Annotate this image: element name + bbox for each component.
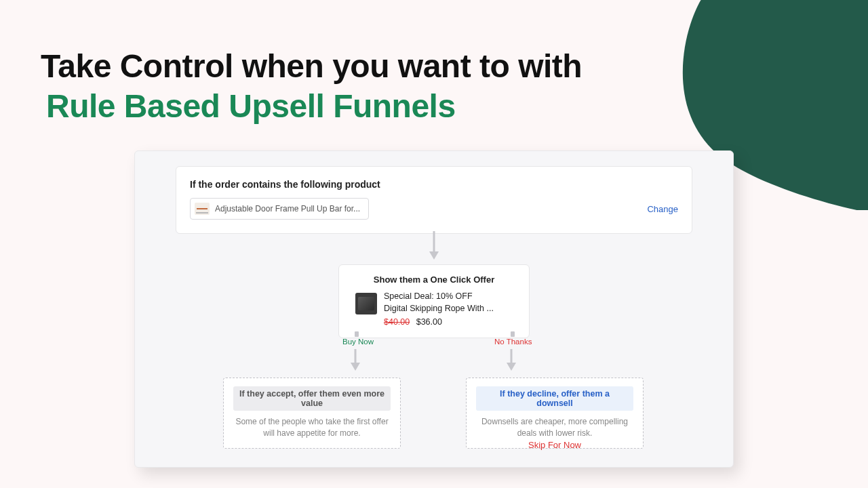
svg-marker-3 (351, 363, 360, 371)
buy-now-label: Buy Now (342, 338, 374, 346)
offer-card: Show them a One Click Offer Special Deal… (338, 264, 530, 338)
connector-stub-icon (355, 331, 359, 337)
change-link[interactable]: Change (647, 204, 678, 214)
svg-marker-5 (507, 363, 516, 371)
funnel-panel: If the order contains the following prod… (134, 150, 734, 468)
trigger-product-chip[interactable]: Adjustable Door Frame Pull Up Bar for... (190, 198, 369, 220)
trigger-card: If the order contains the following prod… (176, 166, 692, 234)
product-thumbnail-icon (195, 203, 210, 215)
arrow-down-icon (505, 348, 517, 375)
decline-outcome-head: If they decline, offer them a downsell (476, 386, 633, 411)
offer-price-new: $36.00 (416, 317, 442, 327)
accept-outcome-head: If they accept, offer them even more val… (233, 386, 391, 411)
offer-product-name: Digital Skipping Rope With ... (384, 302, 494, 314)
accept-outcome-card[interactable]: If they accept, offer them even more val… (223, 378, 401, 449)
offer-product-image (355, 293, 377, 314)
offer-price-old: $40.00 (384, 317, 410, 327)
svg-marker-1 (429, 251, 439, 260)
arrow-down-icon (349, 348, 361, 375)
headline-line1: Take Control when you want to with (41, 47, 582, 85)
trigger-product-name: Adjustable Door Frame Pull Up Bar for... (215, 204, 360, 214)
offer-title: Show them a One Click Offer (349, 274, 519, 285)
accept-outcome-body: Some of the people who take the first of… (233, 416, 391, 440)
arrow-down-icon (428, 230, 440, 261)
decline-outcome-body: Downsells are cheaper, more compelling d… (476, 416, 633, 440)
trigger-title: If the order contains the following prod… (190, 179, 678, 190)
headline: Take Control when you want to with Rule … (41, 47, 582, 125)
decline-outcome-card[interactable]: If they decline, offer them a downsell D… (466, 378, 644, 449)
connector-stub-icon (511, 331, 515, 337)
skip-for-now-link[interactable]: Skip For Now (466, 440, 644, 450)
offer-price: $40.00 $36.00 (384, 316, 494, 328)
offer-deal-label: Special Deal: 10% OFF (384, 290, 494, 302)
headline-line2: Rule Based Upsell Funnels (46, 87, 582, 125)
no-thanks-label: No Thanks (494, 338, 532, 346)
